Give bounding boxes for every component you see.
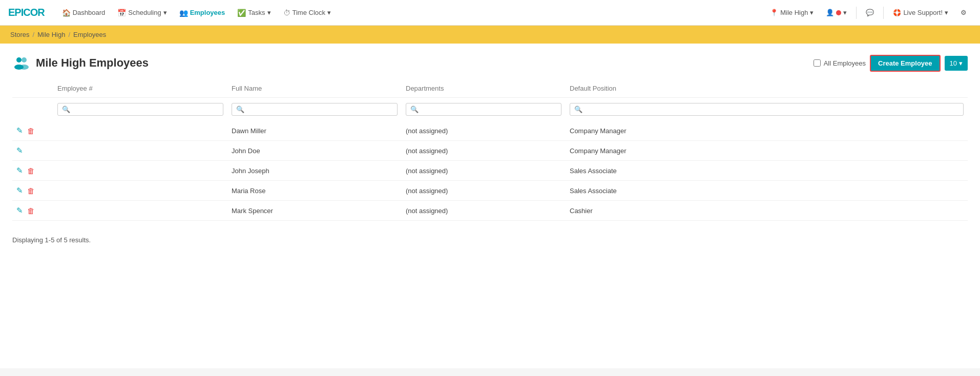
nav-right: 📍 Mile High ▾ 👤 ▾ 💬 🛟 Live Support! ▾ ⚙ [765, 6, 972, 19]
page-title: Mile High Employees [36, 56, 149, 70]
support-icon: 🛟 [893, 9, 901, 16]
cell-name: Maria Rose [227, 181, 402, 201]
empnum-search-wrap: 🔍 [57, 103, 223, 116]
nav-tasks[interactable]: ✅ Tasks ▾ [232, 6, 276, 20]
col-header-name: Full Name [227, 81, 402, 98]
user-status-dot [836, 10, 841, 15]
navbar: EPICOR 🏠 Dashboard 📅 Scheduling ▾ 👥 Empl… [0, 0, 980, 26]
chevron-down-icon: ▾ [945, 9, 948, 16]
pos-search-input[interactable] [585, 106, 959, 113]
cell-empnum [53, 181, 227, 201]
cell-pos: Cashier [566, 201, 968, 221]
table-row: ✎🗑Mark Spencer(not assigned)Cashier [12, 201, 968, 221]
dept-search-input[interactable] [421, 106, 557, 113]
all-employees-filter[interactable]: All Employees [814, 59, 866, 67]
search-icon-dept: 🔍 [410, 106, 419, 113]
nav-settings[interactable]: ⚙ [955, 6, 972, 19]
logo: EPICOR [8, 7, 45, 18]
svg-point-1 [22, 57, 27, 62]
breadcrumb-sep1: / [33, 31, 35, 38]
nav-divider2 [883, 7, 884, 19]
employees-nav-icon: 👥 [179, 9, 188, 17]
search-cell-pos: 🔍 [566, 98, 968, 121]
cell-empnum [53, 161, 227, 181]
page-header-right: All Employees Create Employee 10 ▾ [814, 55, 968, 72]
search-icon-pos: 🔍 [574, 106, 582, 113]
name-search-wrap: 🔍 [232, 103, 398, 116]
chevron-down-icon: ▾ [843, 9, 847, 16]
employee-table-body: ✎🗑Dawn Miller(not assigned)Company Manag… [12, 121, 968, 221]
table-header-row: Employee # Full Name Departments Default… [12, 81, 968, 98]
cell-pos: Sales Associate [566, 161, 968, 181]
chevron-down-icon: ▾ [327, 9, 331, 16]
delete-icon[interactable]: 🗑 [27, 127, 35, 135]
delete-icon[interactable]: 🗑 [27, 186, 35, 195]
edit-icon[interactable]: ✎ [16, 146, 23, 155]
page-header-left: Mile High Employees [12, 54, 814, 72]
nav-employees[interactable]: 👥 Employees [174, 6, 231, 20]
search-icon-name: 🔍 [236, 106, 244, 113]
cell-pos: Company Manager [566, 121, 968, 141]
location-icon: 📍 [770, 9, 778, 16]
main-content: Mile High Employees All Employees Create… [0, 44, 980, 368]
cell-empnum [53, 121, 227, 141]
nav-timeclock[interactable]: ⏱ Time Clock ▾ [278, 6, 337, 20]
user-icon: 👤 [826, 9, 834, 16]
nav-user[interactable]: 👤 ▾ [821, 6, 852, 19]
nav-scheduling[interactable]: 📅 Scheduling ▾ [112, 6, 172, 20]
nav-messages[interactable]: 💬 [861, 6, 879, 19]
cell-dept: (not assigned) [402, 201, 566, 221]
search-cell-empnum: 🔍 [53, 98, 227, 121]
footer-display-text: Displaying 1-5 of 5 results. [12, 236, 968, 244]
cell-name: Dawn Miller [227, 121, 402, 141]
cell-name: Mark Spencer [227, 201, 402, 221]
cell-dept: (not assigned) [402, 161, 566, 181]
edit-icon[interactable]: ✎ [16, 126, 23, 135]
page-size-dropdown[interactable]: 10 ▾ [945, 56, 968, 71]
breadcrumb: Stores / Mile High / Employees [0, 26, 980, 44]
search-icon-empnum: 🔍 [62, 106, 70, 113]
all-employees-checkbox[interactable] [814, 59, 821, 67]
cell-dept: (not assigned) [402, 121, 566, 141]
dept-search-wrap: 🔍 [406, 103, 561, 116]
search-cell-name: 🔍 [227, 98, 402, 121]
tasks-icon: ✅ [237, 9, 246, 17]
name-search-input[interactable] [246, 106, 393, 113]
cell-name: John Doe [227, 141, 402, 161]
nav-dashboard[interactable]: 🏠 Dashboard [57, 6, 111, 20]
table-row: ✎🗑Maria Rose(not assigned)Sales Associat… [12, 181, 968, 201]
chevron-down-icon: ▾ [163, 9, 167, 16]
cell-pos: Sales Associate [566, 181, 968, 201]
nav-location[interactable]: 📍 Mile High ▾ [765, 6, 819, 19]
timeclock-icon: ⏱ [283, 9, 290, 17]
breadcrumb-current: Employees [73, 31, 106, 38]
row-actions: ✎🗑 [12, 161, 53, 181]
nav-divider [856, 7, 857, 19]
scheduling-icon: 📅 [117, 9, 126, 17]
row-actions: ✎🗑 [12, 181, 53, 201]
edit-icon[interactable]: ✎ [16, 206, 23, 215]
empnum-search-input[interactable] [72, 106, 219, 113]
nav-support[interactable]: 🛟 Live Support! ▾ [888, 6, 953, 19]
col-header-empnum: Employee # [53, 81, 227, 98]
table-row: ✎John Doe(not assigned)Company Manager [12, 141, 968, 161]
svg-point-0 [16, 57, 22, 62]
create-employee-button[interactable]: Create Employee [870, 55, 941, 72]
cell-pos: Company Manager [566, 141, 968, 161]
cell-empnum [53, 141, 227, 161]
pos-search-wrap: 🔍 [570, 103, 964, 116]
all-employees-label: All Employees [824, 59, 866, 67]
row-actions: ✎🗑 [12, 121, 53, 141]
delete-icon[interactable]: 🗑 [27, 166, 35, 175]
delete-icon[interactable]: 🗑 [27, 206, 35, 215]
search-cell-actions [12, 98, 53, 121]
col-header-actions [12, 81, 53, 98]
breadcrumb-stores[interactable]: Stores [10, 31, 30, 38]
cell-dept: (not assigned) [402, 181, 566, 201]
table-search-row: 🔍 🔍 🔍 [12, 98, 968, 121]
edit-icon[interactable]: ✎ [16, 186, 23, 195]
edit-icon[interactable]: ✎ [16, 166, 23, 175]
cell-name: John Joseph [227, 161, 402, 181]
breadcrumb-milehigh[interactable]: Mile High [37, 31, 65, 38]
row-actions: ✎🗑 [12, 201, 53, 221]
